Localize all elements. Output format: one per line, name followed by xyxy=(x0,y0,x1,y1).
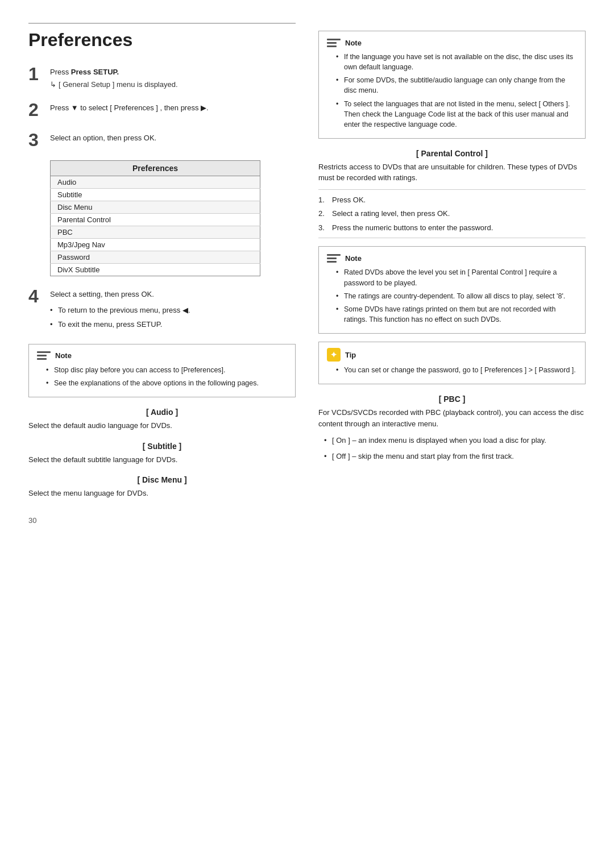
page-number: 30 xyxy=(28,516,296,525)
note-3-bullet: The ratings are country-dependent. To al… xyxy=(336,291,577,301)
divider-1 xyxy=(318,189,586,190)
setup-label: Press SETUP. xyxy=(71,68,119,76)
note-box-2: Note If the language you have set is not… xyxy=(318,31,586,139)
step-2: 2 Press ▼ to select [ Preferences ] , th… xyxy=(28,100,296,120)
subtitle-body: Select the default subtitle language for… xyxy=(28,454,296,466)
step-3-content: Select an option, then press OK. xyxy=(50,130,156,144)
note-box-3: Note Rated DVDs above the level you set … xyxy=(318,246,586,334)
step-1-content: Press Press SETUP. ↳ [ General Setup ] m… xyxy=(50,64,178,90)
step-3-number: 3 xyxy=(28,130,44,150)
right-column: Note If the language you have set is not… xyxy=(318,23,586,525)
step-1-number: 1 xyxy=(28,64,44,84)
step-1-line2-text: [ General Setup ] menu is displayed. xyxy=(59,79,178,90)
note-1-header: Note xyxy=(37,350,287,362)
parental-step: 1.Press OK. xyxy=(318,194,586,206)
note-1-label: Note xyxy=(55,351,72,360)
pbc-body: For VCDs/SVCDs recorded with PBC (playba… xyxy=(318,407,586,429)
left-column: Preferences 1 Press Press SETUP. ↳ [ Gen… xyxy=(28,23,296,525)
pbc-bullet: [ On ] – an index menu is displayed when… xyxy=(324,435,586,446)
pref-table-row: Parental Control xyxy=(51,214,260,226)
note-box-1: Note Stop disc play before you can acces… xyxy=(28,344,296,397)
note-2-header: Note xyxy=(327,37,577,48)
tip-header: ✦ Tip xyxy=(327,348,577,362)
disc-menu-heading: [ Disc Menu ] xyxy=(28,475,296,484)
tip-box: ✦ Tip You can set or change the password… xyxy=(318,342,586,384)
note-3-bullet: Rated DVDs above the level you set in [ … xyxy=(336,267,577,288)
note-3-icon xyxy=(327,252,341,264)
tip-icon: ✦ xyxy=(327,348,341,362)
pref-table-row: Disc Menu xyxy=(51,201,260,214)
note-2-label: Note xyxy=(345,39,362,47)
step-3-text: Select an option, then press OK. xyxy=(50,134,156,142)
note-3-bullets: Rated DVDs above the level you set in [ … xyxy=(327,267,577,325)
pref-table-row: Mp3/Jpeg Nav xyxy=(51,239,260,251)
parental-step: 3.Press the numeric buttons to enter the… xyxy=(318,222,586,234)
step-4-text: Select a setting, then press OK. xyxy=(50,289,190,300)
page-title: Preferences xyxy=(28,23,296,51)
step-4: 4 Select a setting, then press OK. To re… xyxy=(28,286,296,334)
parental-step-text: Select a rating level, then press OK. xyxy=(332,208,450,219)
note-1-bullet: Stop disc play before you can access to … xyxy=(46,365,287,375)
step-4-bullet1: To return to the previous menu, press ◀. xyxy=(50,305,190,316)
parental-step-number: 3. xyxy=(318,222,329,234)
step-1: 1 Press Press SETUP. ↳ [ General Setup ]… xyxy=(28,64,296,90)
parental-step: 2.Select a rating level, then press OK. xyxy=(318,208,586,219)
audio-body: Select the default audio language for DV… xyxy=(28,420,296,431)
pbc-bullet: [ Off ] – skip the menu and start play f… xyxy=(324,451,586,462)
step-2-text: Press ▼ to select [ Preferences ] , then… xyxy=(50,103,209,112)
note-3-label: Note xyxy=(345,254,362,263)
step-4-bullet2: To exit the menu, press SETUP. xyxy=(50,319,190,330)
parental-control-body: Restricts access to DVDs that are unsuit… xyxy=(318,161,586,184)
disc-menu-body: Select the menu language for DVDs. xyxy=(28,488,296,499)
pref-table-row: Password xyxy=(51,251,260,264)
pbc-heading: [ PBC ] xyxy=(318,394,586,404)
step-4-content: Select a setting, then press OK. To retu… xyxy=(50,286,190,334)
note-2-bullet: To select the languages that are not lis… xyxy=(336,99,577,130)
arrow-icon: ↳ xyxy=(50,79,56,90)
step-4-number: 4 xyxy=(28,286,44,306)
pref-table-row: Audio xyxy=(51,176,260,189)
parental-step-text: Press the numeric buttons to enter the p… xyxy=(332,222,493,234)
step-2-number: 2 xyxy=(28,100,44,120)
step-1-line1: Press Press SETUP. xyxy=(50,67,178,78)
step-3: 3 Select an option, then press OK. xyxy=(28,130,296,150)
pref-table-row: Subtitle xyxy=(51,189,260,201)
pbc-bullets: [ On ] – an index menu is displayed when… xyxy=(318,435,586,462)
subtitle-heading: [ Subtitle ] xyxy=(28,442,296,451)
note-2-bullets: If the language you have set is not avai… xyxy=(327,52,577,130)
parental-step-number: 1. xyxy=(318,194,329,206)
preferences-table: Preferences AudioSubtitleDisc MenuParent… xyxy=(50,160,260,276)
parental-steps: 1.Press OK.2.Select a rating level, then… xyxy=(318,194,586,234)
tip-bullet: You can set or change the password, go t… xyxy=(336,365,577,375)
preferences-table-caption: Preferences xyxy=(50,160,260,176)
parental-step-text: Press OK. xyxy=(332,194,366,206)
step-1-line2: ↳ [ General Setup ] menu is displayed. xyxy=(50,79,178,90)
pref-table-row: PBC xyxy=(51,226,260,239)
tip-bullets: You can set or change the password, go t… xyxy=(327,365,577,375)
parental-step-number: 2. xyxy=(318,208,329,219)
step-2-content: Press ▼ to select [ Preferences ] , then… xyxy=(50,100,209,114)
audio-heading: [ Audio ] xyxy=(28,408,296,417)
note-3-header: Note xyxy=(327,252,577,264)
note-2-icon xyxy=(327,37,341,48)
divider-2 xyxy=(318,238,586,238)
note-1-icon xyxy=(37,350,51,362)
tip-label: Tip xyxy=(345,351,356,359)
note-3-bullet: Some DVDs have ratings printed on them b… xyxy=(336,304,577,325)
pref-table-row: DivX Subtitle xyxy=(51,264,260,276)
note-2-bullet: For some DVDs, the subtitle/audio langua… xyxy=(336,75,577,95)
parental-control-heading: [ Parental Control ] xyxy=(318,149,586,158)
note-2-bullet: If the language you have set is not avai… xyxy=(336,52,577,72)
note-1-bullets: Stop disc play before you can access to … xyxy=(37,365,287,388)
note-1-bullet: See the explanations of the above option… xyxy=(46,378,287,388)
